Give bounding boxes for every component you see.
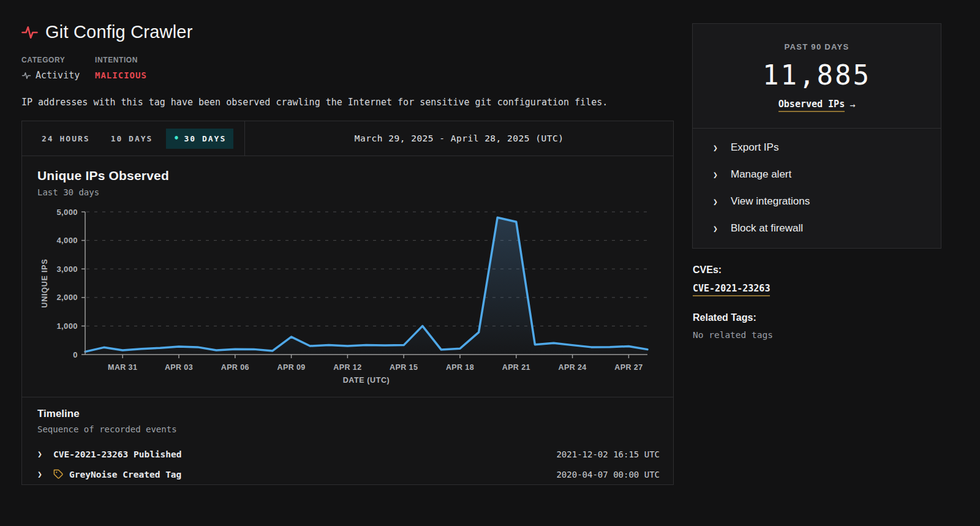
action-label: Block at firewall: [731, 222, 803, 235]
observed-ips-stat: PAST 90 DAYS 11,885 Observed IPs →: [693, 24, 941, 129]
page: Git Config Crawler CATEGORY Activity INT…: [0, 0, 980, 485]
tag-description: IP addresses with this tag have been obs…: [21, 97, 674, 108]
observed-ips-count: 11,885: [699, 59, 935, 91]
chevron-right-icon[interactable]: ❯: [37, 470, 53, 479]
intention-value: MALICIOUS: [95, 70, 147, 80]
svg-text:4,000: 4,000: [56, 236, 78, 245]
unique-ips-chart-canvas[interactable]: 01,0002,0003,0004,0005,000MAR 31APR 03AP…: [37, 205, 650, 388]
timeline-event-cve-published[interactable]: ❯ CVE-2021-23263 Published 2021-12-02 16…: [37, 444, 660, 464]
chevron-right-icon: ❯: [713, 170, 731, 179]
stat-period-label: PAST 90 DAYS: [699, 42, 935, 51]
intention-block: INTENTION MALICIOUS: [95, 56, 147, 81]
stats-card: PAST 90 DAYS 11,885 Observed IPs → ❯ Exp…: [692, 23, 941, 249]
pulse-icon: [21, 25, 38, 40]
page-title: Git Config Crawler: [45, 22, 193, 42]
cve-link[interactable]: CVE-2021-23263: [693, 283, 770, 296]
category-value: Activity: [36, 70, 80, 81]
svg-text:APR 06: APR 06: [221, 363, 249, 372]
related-tags-heading: Related Tags:: [693, 312, 940, 323]
event-timestamp: 2021-12-02 16:15 UTC: [556, 449, 660, 459]
event-label: CVE-2021-23263 Published: [53, 449, 182, 459]
category-block: CATEGORY Activity: [21, 56, 95, 81]
sidebar: PAST 90 DAYS 11,885 Observed IPs → ❯ Exp…: [692, 22, 941, 485]
svg-text:0: 0: [73, 350, 78, 359]
observed-ips-link-label[interactable]: Observed IPs: [778, 99, 845, 112]
date-range: March 29, 2025 - April 28, 2025 (UTC): [355, 133, 564, 143]
svg-text:APR 27: APR 27: [614, 363, 643, 372]
tab-10-days[interactable]: 10 DAYS: [104, 129, 160, 149]
svg-text:2,000: 2,000: [56, 293, 78, 302]
chart-subtitle: Last 30 days: [37, 187, 650, 197]
timeline-event-tag-created[interactable]: ❯ GreyNoise Created Tag 2020-04-07 00:00…: [37, 464, 660, 484]
action-label: Manage alert: [731, 168, 791, 181]
activity-icon: [21, 72, 31, 80]
svg-text:APR 12: APR 12: [333, 363, 361, 372]
chevron-right-icon[interactable]: ❯: [37, 449, 53, 459]
action-list: ❯ Export IPs ❯ Manage alert ❯ View integ…: [693, 129, 941, 248]
tag-icon: [53, 469, 64, 479]
category-label: CATEGORY: [21, 56, 95, 64]
svg-text:APR 15: APR 15: [390, 363, 418, 372]
view-integrations-button[interactable]: ❯ View integrations: [693, 188, 941, 215]
observed-ips-link[interactable]: Observed IPs →: [778, 99, 855, 112]
main-column: Git Config Crawler CATEGORY Activity INT…: [21, 22, 674, 485]
time-range-tabs: 24 HOURS 10 DAYS • 30 DAYS: [22, 121, 245, 156]
chevron-right-icon: ❯: [713, 224, 731, 233]
svg-text:DATE (UTC): DATE (UTC): [343, 376, 390, 385]
action-label: Export IPs: [731, 141, 778, 154]
action-label: View integrations: [731, 195, 810, 208]
event-timestamp: 2020-04-07 00:00 UTC: [556, 470, 660, 479]
svg-text:UNIQUE IPS: UNIQUE IPS: [40, 258, 49, 307]
svg-text:MAR 31: MAR 31: [108, 363, 137, 372]
page-header: Git Config Crawler: [21, 22, 674, 42]
tab-30-days-label: 30 DAYS: [184, 134, 226, 143]
chart-title: Unique IPs Observed: [37, 168, 650, 183]
svg-text:APR 03: APR 03: [165, 363, 193, 372]
timeline-subtitle: Sequence of recorded events: [37, 424, 660, 434]
sidebar-meta: CVEs: CVE-2021-23263 Related Tags: No re…: [692, 249, 941, 340]
arrow-right-icon: →: [850, 100, 855, 111]
chevron-right-icon: ❯: [713, 197, 731, 206]
timeline-section: Timeline Sequence of recorded events ❯ C…: [22, 397, 673, 484]
timeline-events: ❯ CVE-2021-23263 Published 2021-12-02 16…: [37, 444, 660, 484]
export-ips-button[interactable]: ❯ Export IPs: [693, 134, 941, 161]
date-range-container: March 29, 2025 - April 28, 2025 (UTC): [245, 121, 673, 156]
timeline-title: Timeline: [37, 408, 660, 420]
chevron-right-icon: ❯: [713, 143, 731, 152]
event-label: GreyNoise Created Tag: [69, 470, 181, 479]
tag-meta: CATEGORY Activity INTENTION MALICIOUS: [21, 56, 674, 81]
svg-text:1,000: 1,000: [56, 321, 78, 331]
svg-text:3,000: 3,000: [56, 265, 78, 274]
time-range-bar: 24 HOURS 10 DAYS • 30 DAYS March 29, 202…: [22, 121, 673, 156]
chart-section: Unique IPs Observed Last 30 days 01,0002…: [22, 156, 673, 397]
line-chart[interactable]: 01,0002,0003,0004,0005,000MAR 31APR 03AP…: [37, 205, 650, 391]
cves-heading: CVEs:: [693, 265, 940, 276]
svg-text:APR 18: APR 18: [446, 363, 474, 372]
tab-24-hours[interactable]: 24 HOURS: [34, 129, 97, 149]
main-panel: 24 HOURS 10 DAYS • 30 DAYS March 29, 202…: [21, 121, 674, 485]
active-tab-dot-icon: •: [173, 135, 180, 141]
related-tags-empty: No related tags: [693, 330, 940, 340]
intention-label: INTENTION: [95, 56, 147, 64]
block-at-firewall-button[interactable]: ❯ Block at firewall: [693, 215, 941, 242]
tab-30-days[interactable]: • 30 DAYS: [166, 129, 233, 149]
manage-alert-button[interactable]: ❯ Manage alert: [693, 161, 941, 188]
svg-text:APR 09: APR 09: [277, 363, 306, 372]
svg-text:5,000: 5,000: [56, 208, 78, 217]
svg-text:APR 24: APR 24: [559, 363, 587, 372]
svg-text:APR 21: APR 21: [502, 363, 530, 372]
